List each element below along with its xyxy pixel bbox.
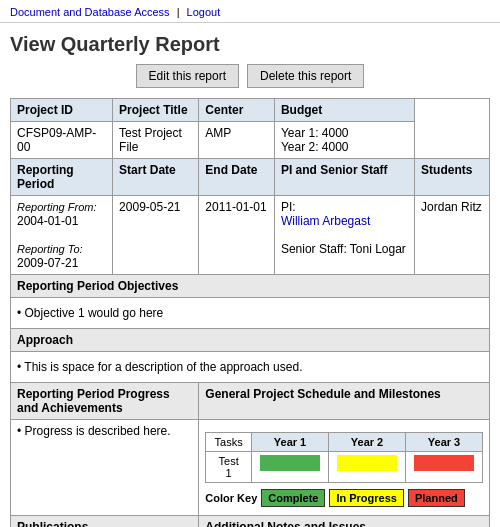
inprogress-key: In Progress	[329, 489, 404, 507]
task1-label: Test 1	[206, 452, 252, 483]
pi-name-link[interactable]: William Arbegast	[281, 214, 370, 228]
top-nav-logout-link[interactable]: Logout	[187, 6, 221, 18]
planned-key: Planned	[408, 489, 465, 507]
nav-separator: |	[177, 6, 180, 18]
project-id-cell: CFSP09-AMP-00	[11, 122, 113, 159]
year1-col-header: Year 1	[252, 433, 329, 452]
complete-key: Complete	[261, 489, 325, 507]
milestones-inner-table: Tasks Year 1 Year 2 Year 3 Test 1	[205, 432, 483, 483]
pi-staff-cell: PI: William Arbegast Senior Staff: Toni …	[274, 196, 414, 275]
project-title-cell: Test Project File	[113, 122, 199, 159]
col-end-date-header: End Date	[199, 159, 275, 196]
milestone-task1-row: Test 1	[206, 452, 483, 483]
center-cell: AMP	[199, 122, 275, 159]
objectives-row: • Objective 1 would go here	[11, 298, 490, 329]
task1-year2-bar	[329, 452, 406, 483]
approach-section-header: Approach	[11, 329, 490, 352]
objectives-header-cell: Reporting Period Objectives	[11, 275, 490, 298]
color-key-row: Color Key Complete In Progress Planned	[205, 489, 483, 507]
senior-staff: Senior Staff: Toni Logar	[281, 242, 406, 256]
objectives-cell: • Objective 1 would go here	[11, 298, 490, 329]
period-data-row: Reporting From: 2004-01-01 Reporting To:…	[11, 196, 490, 275]
action-buttons: Edit this report Delete this report	[0, 64, 500, 88]
milestones-header-cell: General Project Schedule and Milestones	[199, 383, 490, 420]
col-budget-header: Budget	[274, 99, 414, 122]
budget-year2: Year 2: 4000	[281, 140, 349, 154]
col-pi-header: PI and Senior Staff	[274, 159, 414, 196]
reporting-from-value: 2004-01-01	[17, 214, 78, 228]
task1-year1-bar	[252, 452, 329, 483]
objectives-section-header: Reporting Period Objectives	[11, 275, 490, 298]
approach-cell: • This is space for a description of the…	[11, 352, 490, 383]
project-info-row: CFSP09-AMP-00 Test Project File AMP Year…	[11, 122, 490, 159]
milestones-header-row: Tasks Year 1 Year 2 Year 3	[206, 433, 483, 452]
col-reporting-period-header: Reporting Period	[11, 159, 113, 196]
tasks-col-header: Tasks	[206, 433, 252, 452]
top-nav-doc-db-link[interactable]: Document and Database Access	[10, 6, 170, 18]
top-nav: Document and Database Access | Logout	[0, 0, 500, 23]
reporting-to-label: Reporting To:	[17, 243, 83, 255]
start-date-cell: 2009-05-21	[113, 196, 199, 275]
task1-year3-bar	[406, 452, 483, 483]
end-date-cell: 2011-01-01	[199, 196, 275, 275]
sub-header-row: Reporting Period Start Date End Date PI …	[11, 159, 490, 196]
year3-col-header: Year 3	[406, 433, 483, 452]
edit-button[interactable]: Edit this report	[136, 64, 239, 88]
year2-col-header: Year 2	[329, 433, 406, 452]
reporting-to-value: 2009-07-21	[17, 256, 78, 270]
table-header-row: Project ID Project Title Center Budget	[11, 99, 490, 122]
budget-year1: Year 1: 4000	[281, 126, 349, 140]
reporting-from-label: Reporting From:	[17, 201, 96, 213]
publications-header-cell: Publications	[11, 516, 199, 528]
budget-cell: Year 1: 4000 Year 2: 4000	[274, 122, 414, 159]
col-center-header: Center	[199, 99, 275, 122]
publications-notes-header: Publications Additional Notes and Issues	[11, 516, 490, 528]
col-project-id-header: Project ID	[11, 99, 113, 122]
pi-label: PI:	[281, 200, 296, 214]
milestones-cell: Tasks Year 1 Year 2 Year 3 Test 1 Color …	[199, 420, 490, 516]
progress-cell: • Progress is described here.	[11, 420, 199, 516]
col-start-date-header: Start Date	[113, 159, 199, 196]
approach-header-cell: Approach	[11, 329, 490, 352]
notes-header-cell: Additional Notes and Issues	[199, 516, 490, 528]
students-cell: Jordan Ritz	[415, 196, 490, 275]
progress-milestones-row: • Progress is described here. Tasks Year…	[11, 420, 490, 516]
reporting-period-cell: Reporting From: 2004-01-01 Reporting To:…	[11, 196, 113, 275]
approach-row: • This is space for a description of the…	[11, 352, 490, 383]
delete-button[interactable]: Delete this report	[247, 64, 364, 88]
report-table: Project ID Project Title Center Budget C…	[10, 98, 490, 527]
progress-milestones-header: Reporting Period Progress and Achievemen…	[11, 383, 490, 420]
color-key-label: Color Key	[205, 492, 257, 504]
col-project-title-header: Project Title	[113, 99, 199, 122]
col-students-header: Students	[415, 159, 490, 196]
page-title: View Quarterly Report	[0, 23, 500, 64]
progress-header-cell: Reporting Period Progress and Achievemen…	[11, 383, 199, 420]
